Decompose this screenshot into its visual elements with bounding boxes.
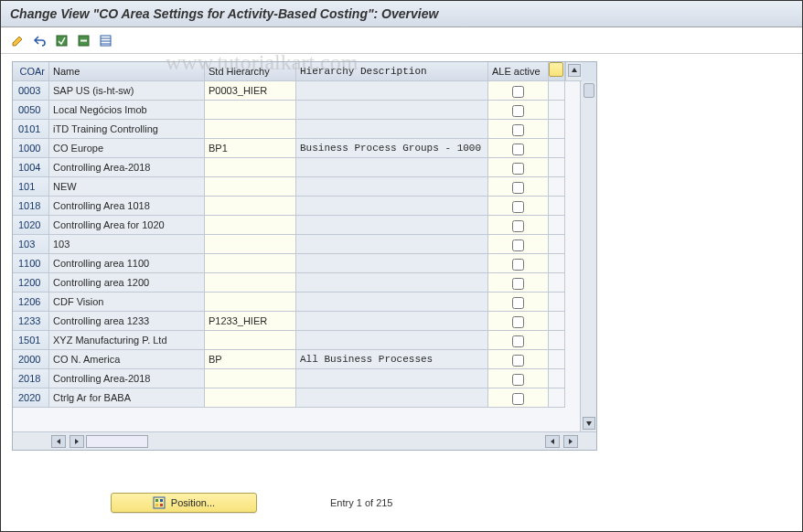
ale-checkbox[interactable] [512, 239, 524, 251]
undo-button[interactable] [30, 31, 48, 49]
cell-stdhierarchy[interactable] [205, 216, 296, 235]
table-row[interactable]: 1501XYZ Manufacturing P. Ltd [13, 331, 580, 350]
cell-coar[interactable]: 0050 [13, 101, 49, 120]
cell-stdhierarchy[interactable] [205, 120, 296, 139]
cell-stdhierarchy[interactable] [205, 235, 296, 254]
cell-coar[interactable]: 0101 [13, 120, 49, 139]
table-row[interactable]: 1004Controlling Area-2018 [13, 158, 580, 177]
ale-checkbox[interactable] [512, 297, 524, 309]
scroll-thumb[interactable] [584, 83, 594, 98]
cell-coar[interactable]: 1501 [13, 331, 49, 350]
scroll-left-end-button[interactable] [545, 435, 560, 448]
cell-stdhierarchy[interactable] [205, 254, 296, 273]
hscroll-track[interactable] [86, 435, 148, 448]
scroll-right-button[interactable] [70, 435, 84, 448]
cell-aleactive[interactable] [488, 216, 549, 235]
cell-stdhierarchy[interactable]: BP1 [205, 139, 296, 158]
col-header-stdhierarchy[interactable]: Std Hierarchy [205, 62, 296, 81]
cell-coar[interactable]: 1020 [13, 216, 49, 235]
cell-coar[interactable]: 101 [13, 177, 49, 197]
scroll-left-button[interactable] [51, 435, 66, 448]
ale-checkbox[interactable] [512, 201, 524, 213]
col-header-name[interactable]: Name [49, 62, 205, 81]
cell-coar[interactable]: 1004 [13, 158, 49, 177]
cell-coar[interactable]: 1200 [13, 273, 49, 293]
cell-coar[interactable]: 1018 [13, 197, 49, 216]
cell-coar[interactable]: 1206 [13, 293, 49, 312]
ale-checkbox[interactable] [512, 86, 524, 98]
cell-coar[interactable]: 0003 [13, 81, 49, 101]
scroll-down-button[interactable] [583, 417, 595, 430]
table-settings-button[interactable] [96, 31, 114, 49]
cell-aleactive[interactable] [488, 158, 549, 177]
table-row[interactable]: 1206CDF Vision [13, 293, 580, 312]
vertical-scrollbar[interactable] [580, 81, 596, 431]
table-row[interactable]: 101NEW [13, 177, 580, 197]
horizontal-scrollbar[interactable] [13, 431, 596, 450]
toggle-edit-button[interactable] [8, 31, 27, 49]
table-row[interactable]: 2018Controlling Area-2018 [13, 369, 580, 388]
ale-checkbox[interactable] [512, 259, 524, 271]
cell-aleactive[interactable] [488, 235, 549, 254]
table-row[interactable]: 1020Controlling Area for 1020 [13, 216, 580, 235]
cell-stdhierarchy[interactable]: P0003_HIER [205, 81, 296, 101]
cell-stdhierarchy[interactable] [205, 388, 296, 408]
ale-checkbox[interactable] [512, 144, 524, 155]
table-row[interactable]: 103103 [13, 235, 580, 254]
cell-aleactive[interactable] [488, 177, 549, 197]
cell-stdhierarchy[interactable] [205, 101, 296, 120]
cell-stdhierarchy[interactable]: P1233_HIER [205, 312, 296, 331]
col-header-hierarchydesc[interactable]: Hierarchy Description [296, 62, 488, 81]
cell-aleactive[interactable] [488, 388, 549, 408]
ale-checkbox[interactable] [512, 393, 524, 405]
cell-aleactive[interactable] [488, 81, 549, 101]
table-row[interactable]: 2020Ctrlg Ar for BABA [13, 388, 580, 408]
cell-coar[interactable]: 103 [13, 235, 49, 254]
position-button[interactable]: Position... [111, 493, 257, 513]
cell-stdhierarchy[interactable] [205, 369, 296, 388]
cell-coar[interactable]: 2000 [13, 350, 49, 369]
table-row[interactable]: 0050Local Negócios Imob [13, 101, 580, 120]
ale-checkbox[interactable] [512, 355, 524, 367]
table-row[interactable]: 0101iTD Training Controlling [13, 120, 580, 139]
ale-checkbox[interactable] [512, 335, 524, 347]
cell-stdhierarchy[interactable] [205, 273, 296, 293]
col-header-aleactive[interactable]: ALE active [488, 62, 549, 81]
cell-aleactive[interactable] [488, 139, 549, 158]
configure-columns-button[interactable] [549, 62, 565, 81]
table-row[interactable]: 1200Controlling area 1200 [13, 273, 580, 293]
cell-stdhierarchy[interactable] [205, 158, 296, 177]
cell-stdhierarchy[interactable] [205, 197, 296, 216]
cell-aleactive[interactable] [488, 331, 549, 350]
ale-checkbox[interactable] [512, 124, 524, 136]
cell-coar[interactable]: 2018 [13, 369, 49, 388]
cell-coar[interactable]: 1000 [13, 139, 49, 158]
cell-stdhierarchy[interactable] [205, 331, 296, 350]
scroll-right-end-button[interactable] [563, 435, 578, 448]
cell-stdhierarchy[interactable] [205, 293, 296, 312]
select-all-button[interactable] [52, 31, 70, 49]
cell-aleactive[interactable] [488, 350, 549, 369]
table-row[interactable]: 1233Controlling area 1233P1233_HIER [13, 312, 580, 331]
cell-stdhierarchy[interactable] [205, 177, 296, 197]
table-row[interactable]: 0003SAP US (is-ht-sw)P0003_HIER [13, 81, 580, 101]
cell-stdhierarchy[interactable]: BP [205, 350, 296, 369]
ale-checkbox[interactable] [512, 278, 524, 290]
cell-coar[interactable]: 2020 [13, 388, 49, 408]
cell-aleactive[interactable] [488, 197, 549, 216]
ale-checkbox[interactable] [512, 316, 524, 328]
deselect-all-button[interactable] [74, 31, 92, 49]
cell-aleactive[interactable] [488, 369, 549, 388]
table-row[interactable]: 2000CO N. AmericaBPAll Business Processe… [13, 350, 580, 369]
cell-aleactive[interactable] [488, 120, 549, 139]
cell-aleactive[interactable] [488, 101, 549, 120]
table-row[interactable]: 1100Controlling area 1100 [13, 254, 580, 273]
ale-checkbox[interactable] [512, 374, 524, 386]
scroll-up-button[interactable] [568, 64, 581, 77]
cell-aleactive[interactable] [488, 312, 549, 331]
col-header-coar[interactable]: COAr [13, 62, 49, 81]
cell-coar[interactable]: 1100 [13, 254, 49, 273]
cell-aleactive[interactable] [488, 254, 549, 273]
ale-checkbox[interactable] [512, 163, 524, 175]
ale-checkbox[interactable] [512, 182, 524, 194]
